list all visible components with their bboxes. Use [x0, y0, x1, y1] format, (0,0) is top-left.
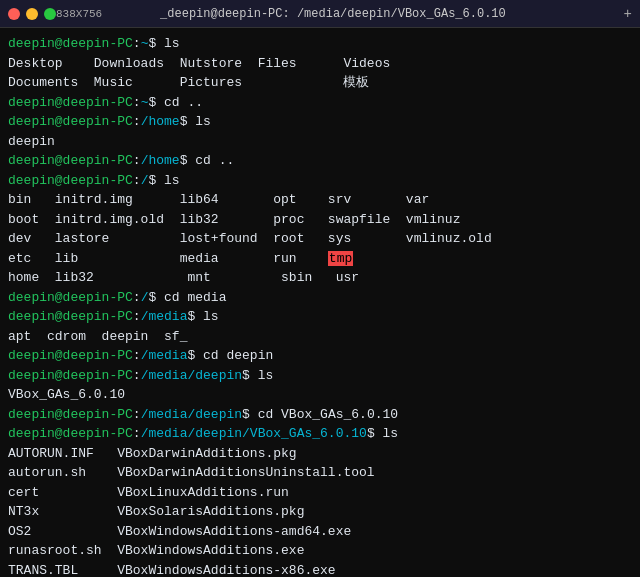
terminal-line: deepin@deepin-PC:/home$ cd .. [8, 151, 632, 171]
terminal-line: runasroot.sh VBoxWindowsAdditions.exe [8, 541, 632, 561]
terminal-line: TRANS.TBL VBoxWindowsAdditions-x86.exe [8, 561, 632, 578]
terminal-line: cert VBoxLinuxAdditions.run [8, 483, 632, 503]
terminal-line: Desktop Downloads Nutstore Files Videos [8, 54, 632, 74]
terminal-line: deepin@deepin-PC:/media/deepin$ ls [8, 366, 632, 386]
terminal-line: deepin@deepin-PC:/media/deepin$ cd VBox_… [8, 405, 632, 425]
terminal-line: bin initrd.img lib64 opt srv var [8, 190, 632, 210]
terminal-line: dev lastore lost+found root sys vmlinuz.… [8, 229, 632, 249]
terminal-line: deepin@deepin-PC:/media/deepin/VBox_GAs_… [8, 424, 632, 444]
terminal-line: NT3x VBoxSolarisAdditions.pkg [8, 502, 632, 522]
new-tab-button[interactable]: + [624, 6, 632, 22]
terminal-window: 838X756 _deepin@deepin-PC: /media/deepin… [0, 0, 640, 577]
terminal-line: OS2 VBoxWindowsAdditions-amd64.exe [8, 522, 632, 542]
terminal-line: Documents Music Pictures 模板 [8, 73, 632, 93]
terminal-body[interactable]: deepin@deepin-PC:~$ ls Desktop Downloads… [0, 28, 640, 577]
terminal-line: apt cdrom deepin sf_ [8, 327, 632, 347]
terminal-line: AUTORUN.INF VBoxDarwinAdditions.pkg [8, 444, 632, 464]
close-button[interactable] [8, 8, 20, 20]
terminal-line: deepin@deepin-PC:/media$ cd deepin [8, 346, 632, 366]
terminal-line: deepin@deepin-PC:/media$ ls [8, 307, 632, 327]
tmp-highlight: tmp [328, 251, 353, 266]
terminal-line: deepin@deepin-PC:/$ cd media [8, 288, 632, 308]
terminal-line: etc lib media run tmp [8, 249, 632, 269]
terminal-line: VBox_GAs_6.0.10 [8, 385, 632, 405]
terminal-line: deepin@deepin-PC:/home$ ls [8, 112, 632, 132]
terminal-line: deepin [8, 132, 632, 152]
terminal-line: deepin@deepin-PC:~$ ls [8, 34, 632, 54]
terminal-line: deepin@deepin-PC:/$ ls [8, 171, 632, 191]
terminal-line: home lib32 mnt sbin usr [8, 268, 632, 288]
minimize-button[interactable] [26, 8, 38, 20]
terminal-line: autorun.sh VBoxDarwinAdditionsUninstall.… [8, 463, 632, 483]
title-bar: 838X756 _deepin@deepin-PC: /media/deepin… [0, 0, 640, 28]
terminal-line: boot initrd.img.old lib32 proc swapfile … [8, 210, 632, 230]
window-title: _deepin@deepin-PC: /media/deepin/VBox_GA… [42, 7, 623, 21]
terminal-line: deepin@deepin-PC:~$ cd .. [8, 93, 632, 113]
